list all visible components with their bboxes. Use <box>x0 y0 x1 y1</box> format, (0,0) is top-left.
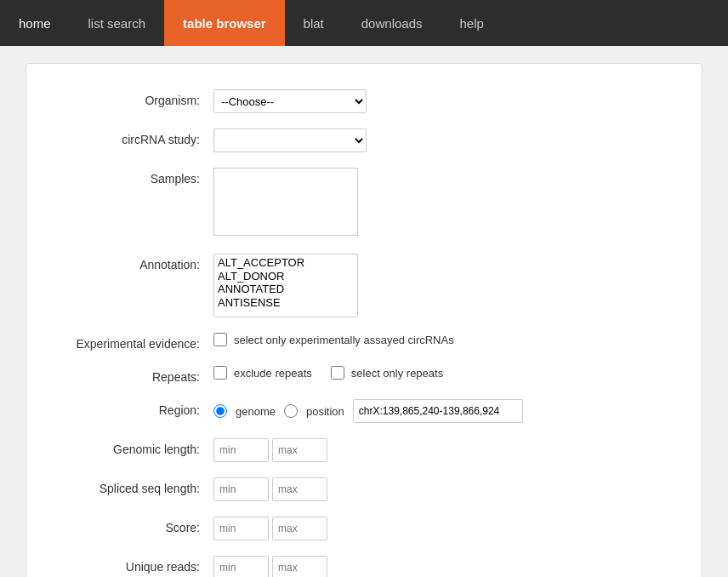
experimental-checkbox[interactable] <box>213 333 227 346</box>
circrna-label: circRNA study: <box>60 129 213 146</box>
unique-max-input[interactable] <box>272 556 327 577</box>
organism-label: Organism: <box>60 89 213 107</box>
nav-table-browser[interactable]: table browser <box>164 0 285 46</box>
repeats-row: Repeats: exclude repeats select only rep… <box>60 366 668 384</box>
region-position-radio[interactable] <box>284 404 298 418</box>
genomic-length-control <box>213 438 668 462</box>
unique-min-input[interactable] <box>213 556 269 577</box>
navigation: home list search table browser blat down… <box>0 0 728 46</box>
unique-reads-label: Unique reads: <box>60 556 213 574</box>
genomic-min-input[interactable] <box>213 438 269 462</box>
spliced-length-control <box>213 477 668 501</box>
experimental-row: Experimental evidence: select only exper… <box>60 333 668 351</box>
annotation-label: Annotation: <box>60 254 213 271</box>
organism-row: Organism: --Choose-- <box>60 89 668 113</box>
circrna-row: circRNA study: <box>60 129 668 152</box>
select-only-repeats-checkbox[interactable] <box>331 366 344 380</box>
score-row: Score: <box>60 517 668 540</box>
exclude-repeats-label: exclude repeats <box>234 367 312 380</box>
annotation-control: ALT_ACCEPTOR ALT_DONOR ANNOTATED ANTISEN… <box>213 254 668 317</box>
experimental-checkbox-label: select only experimentally assayed circR… <box>234 334 454 346</box>
circrna-select[interactable] <box>213 129 367 152</box>
region-control: genome position <box>213 399 668 423</box>
nav-list-search[interactable]: list search <box>70 0 165 46</box>
main-form: Organism: --Choose-- circRNA study: Samp… <box>26 63 702 577</box>
nav-home[interactable]: home <box>0 0 70 46</box>
exclude-repeats-checkbox[interactable] <box>213 366 227 380</box>
annotation-select[interactable]: ALT_ACCEPTOR ALT_DONOR ANNOTATED ANTISEN… <box>213 254 358 317</box>
spliced-min-input[interactable] <box>213 477 269 501</box>
unique-reads-row: Unique reads: <box>60 556 668 577</box>
nav-downloads[interactable]: downloads <box>343 0 441 46</box>
samples-control <box>213 168 668 238</box>
region-genome-radio[interactable] <box>213 404 227 418</box>
spliced-length-label: Spliced seq length: <box>60 477 213 495</box>
score-min-input[interactable] <box>213 517 269 540</box>
score-max-input[interactable] <box>272 517 327 540</box>
circrna-control <box>213 129 668 152</box>
repeats-control: exclude repeats select only repeats <box>213 366 668 380</box>
genomic-length-row: Genomic length: <box>60 438 668 462</box>
samples-row: Samples: <box>60 168 668 238</box>
region-position-input[interactable] <box>353 399 523 423</box>
select-only-repeats-label: select only repeats <box>351 367 443 380</box>
region-genome-label: genome <box>236 405 276 418</box>
samples-label: Samples: <box>60 168 213 186</box>
nav-blat[interactable]: blat <box>285 0 343 46</box>
unique-reads-control <box>213 556 668 577</box>
score-label: Score: <box>60 517 213 534</box>
spliced-max-input[interactable] <box>272 477 327 501</box>
repeats-label: Repeats: <box>60 366 213 384</box>
organism-select[interactable]: --Choose-- <box>213 89 367 113</box>
spliced-length-row: Spliced seq length: <box>60 477 668 501</box>
experimental-control: select only experimentally assayed circR… <box>213 333 668 346</box>
organism-control: --Choose-- <box>213 89 668 113</box>
experimental-label: Experimental evidence: <box>60 333 213 351</box>
genomic-max-input[interactable] <box>272 438 327 462</box>
region-position-label: position <box>306 405 344 418</box>
region-label: Region: <box>60 399 213 417</box>
samples-textarea[interactable] <box>213 168 358 236</box>
score-control <box>213 517 668 540</box>
genomic-length-label: Genomic length: <box>60 438 213 456</box>
annotation-row: Annotation: ALT_ACCEPTOR ALT_DONOR ANNOT… <box>60 254 668 317</box>
region-row: Region: genome position <box>60 399 668 423</box>
nav-help[interactable]: help <box>441 0 503 46</box>
